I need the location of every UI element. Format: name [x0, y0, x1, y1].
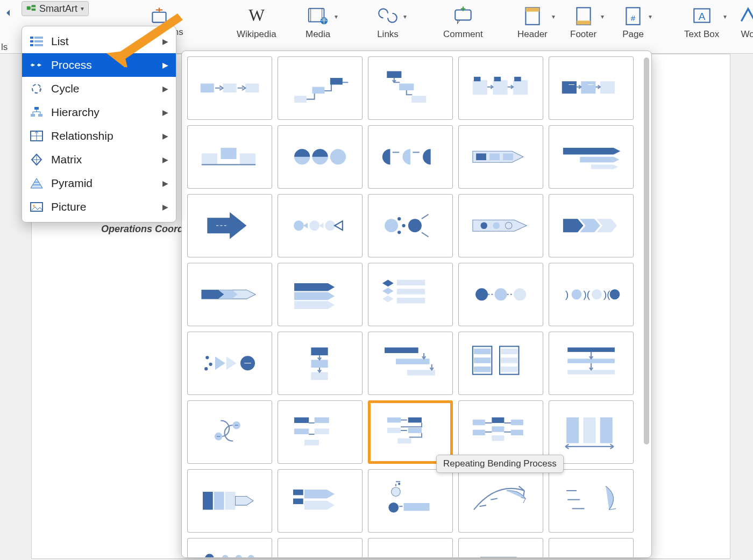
submenu-arrow-icon: ▶ — [162, 132, 168, 140]
svg-rect-132 — [387, 418, 401, 423]
gallery-thumb[interactable] — [458, 56, 543, 120]
smartart-button-label: SmartArt — [39, 3, 77, 15]
svg-rect-72 — [503, 154, 513, 161]
ribbon-cut-left-label: ls — [1, 42, 8, 53]
svg-rect-114 — [474, 367, 491, 372]
gallery-thumb[interactable] — [368, 194, 453, 257]
scrollbar-thumb[interactable] — [644, 58, 649, 444]
gallery-thumb[interactable] — [458, 125, 543, 189]
menu-item-cycle[interactable]: Cycle ▶ — [22, 77, 176, 100]
svg-rect-28 — [34, 40, 43, 42]
chevron-down-icon[interactable]: ▾ — [601, 13, 604, 20]
menu-item-label: Hierarchy — [51, 106, 100, 119]
svg-rect-142 — [511, 420, 523, 425]
gallery-thumb[interactable] — [549, 332, 634, 395]
gallery-thumb[interactable] — [368, 332, 453, 395]
svg-text:W: W — [248, 6, 265, 25]
page-number-icon: # — [622, 4, 644, 27]
gallery-thumb[interactable] — [458, 194, 543, 257]
svg-point-30 — [32, 84, 41, 93]
menu-item-picture[interactable]: Picture ▶ — [22, 195, 176, 219]
svg-point-90 — [475, 289, 488, 301]
menu-item-label: Matrix — [51, 153, 82, 166]
svg-rect-113 — [474, 358, 491, 363]
submenu-arrow-icon: ▶ — [162, 108, 168, 117]
gallery-thumb[interactable] — [278, 469, 363, 533]
chevron-down-icon[interactable]: ▾ — [335, 13, 338, 20]
gallery-thumb[interactable]: + — [368, 538, 453, 558]
svg-rect-115 — [501, 349, 517, 354]
gallery-thumb[interactable] — [278, 125, 363, 189]
gallery-thumb[interactable] — [187, 263, 272, 326]
gallery-thumb[interactable] — [549, 125, 634, 189]
gallery-thumb[interactable] — [278, 263, 363, 326]
media-button[interactable]: Media — [302, 2, 333, 42]
svg-rect-62 — [221, 148, 236, 159]
svg-rect-25 — [30, 40, 33, 42]
gallery-thumb[interactable] — [458, 263, 543, 326]
gallery-thumb[interactable] — [187, 56, 272, 120]
gallery-thumb[interactable] — [549, 538, 634, 558]
svg-rect-109 — [385, 348, 418, 353]
wordart-button[interactable]: Wor — [735, 2, 753, 42]
svg-rect-89 — [397, 298, 425, 303]
footer-button[interactable]: Footer — [567, 2, 600, 42]
chevron-down-icon[interactable]: ▾ — [552, 13, 555, 20]
gallery-thumb[interactable] — [458, 332, 543, 395]
comment-button[interactable]: Comment — [440, 2, 486, 42]
gallery-thumb[interactable] — [187, 194, 272, 257]
gallery-thumb[interactable] — [368, 56, 453, 120]
submenu-arrow-icon: ▶ — [162, 203, 168, 211]
links-button[interactable]: Links — [373, 2, 402, 42]
media-label: Media — [306, 29, 330, 40]
svg-point-101 — [205, 356, 209, 359]
gallery-thumb[interactable] — [549, 194, 634, 257]
svg-rect-149 — [225, 492, 236, 509]
svg-rect-53 — [474, 77, 481, 81]
gallery-thumb[interactable] — [368, 263, 453, 326]
menu-item-relationship[interactable]: Relationship ▶ — [22, 124, 176, 148]
gallery-thumb[interactable] — [187, 400, 272, 464]
gallery-thumb[interactable] — [549, 469, 634, 533]
gallery-thumb[interactable] — [187, 125, 272, 189]
gallery-thumb[interactable] — [368, 125, 453, 189]
svg-rect-148 — [214, 492, 224, 509]
svg-point-161 — [205, 554, 214, 558]
gallery-thumb[interactable] — [458, 469, 543, 533]
gallery-thumb[interactable] — [187, 469, 272, 533]
menu-item-list[interactable]: List ▶ — [22, 30, 176, 53]
menu-item-matrix[interactable]: Matrix ▶ — [22, 148, 176, 171]
chevron-down-icon[interactable]: ▾ — [723, 13, 727, 20]
textbox-button[interactable]: A Text Box — [681, 2, 722, 42]
menu-item-pyramid[interactable]: Pyramid ▶ — [22, 171, 176, 195]
smartart-category-menu: List ▶ Process ▶ Cycle ▶ Hierarchy ▶ Rel… — [22, 26, 176, 222]
menu-item-process[interactable]: Process ▶ — [22, 53, 176, 77]
gallery-thumb[interactable] — [187, 332, 272, 395]
gallery-thumb[interactable] — [278, 56, 363, 120]
svg-rect-137 — [473, 420, 485, 425]
list-icon — [30, 35, 44, 47]
gallery-thumb[interactable] — [278, 332, 363, 395]
header-button[interactable]: Header — [514, 2, 551, 42]
gallery-thumb[interactable]: += — [278, 538, 363, 558]
chevron-down-icon[interactable]: ▾ — [403, 13, 407, 20]
chevron-down-icon[interactable]: ▾ — [649, 13, 652, 20]
wikipedia-label: Wikipedia — [237, 29, 276, 40]
svg-point-78 — [408, 219, 422, 232]
gallery-thumb[interactable] — [278, 194, 363, 257]
svg-rect-129 — [294, 429, 309, 434]
gallery-thumb[interactable] — [549, 56, 634, 120]
gallery-thumb[interactable] — [187, 538, 272, 558]
gallery-scrollbar[interactable] — [644, 58, 649, 551]
smartart-dropdown-button[interactable]: SmartArt ▾ — [22, 1, 89, 16]
gallery-thumb[interactable]: ))()( — [549, 263, 634, 326]
gallery-thumb[interactable] — [278, 400, 363, 464]
page-number-button[interactable]: # Page — [619, 2, 648, 42]
svg-rect-116 — [501, 358, 517, 363]
gallery-thumb[interactable] — [368, 469, 453, 533]
gallery-thumb[interactable] — [458, 538, 543, 558]
menu-item-hierarchy[interactable]: Hierarchy ▶ — [22, 100, 176, 124]
menu-item-label: Relationship — [51, 130, 113, 142]
wikipedia-button[interactable]: W Wikipedia — [233, 2, 280, 42]
ribbon-overflow-left[interactable] — [0, 0, 16, 27]
